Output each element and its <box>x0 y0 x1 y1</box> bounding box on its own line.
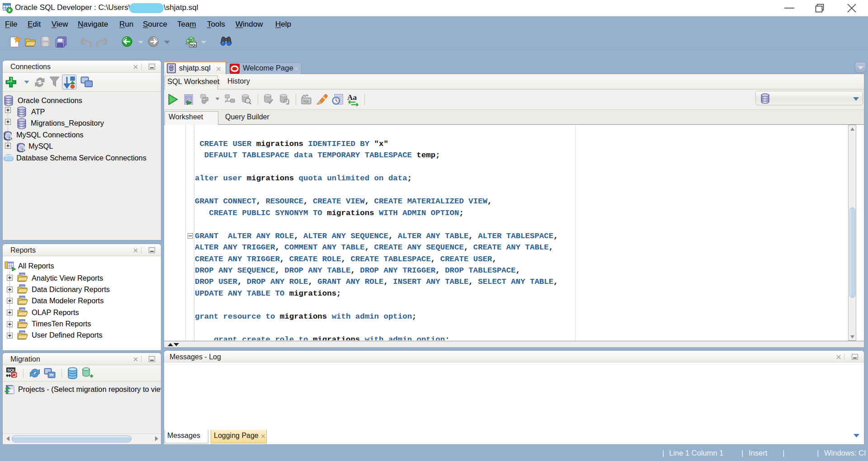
svg-text:SQL: SQL <box>303 99 310 103</box>
svg-text:SQL: SQL <box>7 368 16 372</box>
svg-text:Aa: Aa <box>347 93 357 102</box>
